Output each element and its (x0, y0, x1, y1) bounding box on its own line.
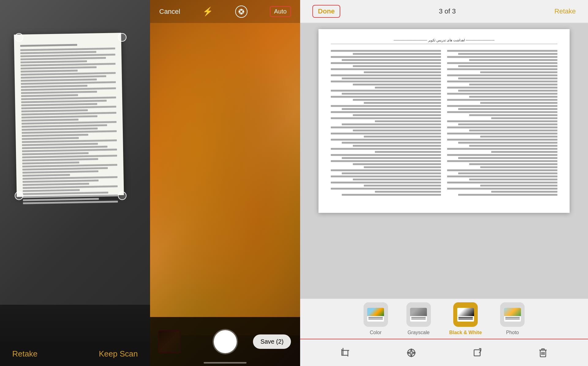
filter-color[interactable]: Color (364, 302, 388, 335)
doc-title: ──────────── اهداشت‌ های تدریس تکویر ───… (331, 38, 557, 44)
bw-img (457, 308, 474, 316)
filter-scan-button[interactable] (404, 345, 419, 360)
camera-bottom: Save (2) (150, 317, 300, 366)
photo-lines (504, 316, 521, 321)
page-counter: 3 of 3 (439, 7, 456, 15)
photo-filter-icon (500, 302, 525, 327)
bw-filter-icon (453, 302, 478, 327)
crop-button[interactable] (338, 345, 353, 360)
grayscale-filter-icon (406, 302, 431, 327)
retake-button[interactable]: Retake (12, 349, 37, 359)
camera-overlay (150, 0, 300, 335)
done-button[interactable]: Done (312, 5, 340, 18)
save-button[interactable]: Save (2) (253, 334, 291, 349)
svg-point-2 (410, 352, 413, 354)
grayscale-label: Grayscale (408, 330, 430, 335)
photo-label: Photo (506, 330, 519, 335)
middle-panel: Cancel ⚡ Auto Save (2) (150, 0, 300, 366)
doc-preview-area: ──────────── اهداشت‌ های تدریس تکویر ───… (300, 23, 588, 299)
right-top-bar: Done 3 of 3 Retake (300, 0, 588, 23)
filter-bw[interactable]: Black & White (449, 302, 482, 335)
corner-marker-tl[interactable] (15, 33, 23, 42)
bw-lines (457, 316, 474, 321)
scan-doc-content (20, 42, 118, 191)
grayscale-icon-inner (410, 308, 427, 322)
delete-button[interactable] (535, 345, 551, 360)
scan-document (14, 33, 124, 197)
bw-icon-inner (457, 308, 474, 322)
color-label: Color (370, 330, 382, 335)
left-panel: Retake Keep Scan (0, 0, 150, 366)
corner-marker-bl[interactable] (15, 191, 23, 200)
right-panel: Done 3 of 3 Retake ──────────── اهداشت‌ … (300, 0, 588, 366)
color-icon-inner (367, 308, 384, 322)
corner-marker-br[interactable] (118, 191, 126, 200)
filter-photo[interactable]: Photo (500, 302, 525, 335)
photo-icon-inner (504, 308, 521, 322)
home-indicator (204, 362, 247, 364)
color-lines (367, 316, 384, 321)
color-img (367, 308, 384, 316)
color-filter-icon (364, 302, 388, 327)
gray-lines (410, 316, 427, 321)
cancel-button[interactable]: Cancel (159, 8, 180, 16)
doc-preview: ──────────── اهداشت‌ های تدریس تکویر ───… (318, 29, 570, 213)
gray-img (410, 308, 427, 316)
left-bottom-bar: Retake Keep Scan (0, 341, 150, 366)
retake-right-button[interactable]: Retake (554, 7, 576, 15)
camera-top-bar: Cancel ⚡ Auto (150, 0, 300, 23)
photo-img (504, 308, 521, 316)
scan-mode-icon[interactable] (235, 6, 247, 18)
auto-button[interactable]: Auto (270, 6, 291, 17)
shutter-button[interactable] (214, 330, 237, 353)
corner-marker-tr[interactable] (118, 33, 126, 42)
filter-bar: Color Grayscale (300, 299, 588, 366)
filter-grayscale[interactable]: Grayscale (406, 302, 431, 335)
keep-scan-button[interactable]: Keep Scan (99, 349, 138, 359)
bw-label: Black & White (449, 330, 482, 335)
rotate-button[interactable] (469, 345, 485, 360)
bottom-toolbar (300, 339, 588, 366)
flash-icon[interactable]: ⚡ (202, 6, 213, 17)
filter-options: Color Grayscale (300, 299, 588, 339)
